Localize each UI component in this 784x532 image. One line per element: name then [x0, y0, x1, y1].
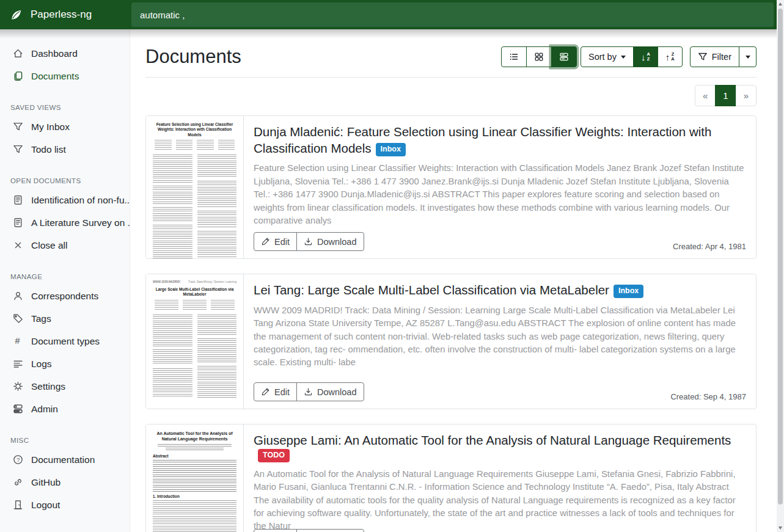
document-thumbnail[interactable]: Feature Selection using Linear Classifie…	[146, 116, 244, 258]
sidebar-section-manage: MANAGE Correspondents Tags # Document ty…	[0, 273, 130, 420]
caret-down-icon	[621, 56, 626, 59]
sidebar-item-admin[interactable]: Admin	[0, 398, 130, 420]
header-divider	[145, 77, 757, 78]
sort-alpha-down-icon: ↓AZ	[641, 52, 650, 62]
funnel-icon	[13, 122, 23, 132]
sidebar-item-settings[interactable]: Settings	[0, 375, 130, 398]
sidebar-item-correspondents[interactable]: Correspondents	[0, 285, 130, 307]
download-label: Download	[317, 237, 357, 247]
sidebar-item-close-all[interactable]: Close all	[0, 234, 130, 257]
pagination-row: « 1 »	[145, 85, 757, 106]
toggles-icon	[13, 404, 23, 414]
sidebar-item-todo-list[interactable]: Todo list	[0, 138, 130, 161]
sort-by-label: Sort by	[588, 52, 617, 62]
tag-badge-inbox[interactable]: Inbox	[614, 285, 643, 298]
documents-toolbar: Sort by ↓AZ ↑ZA Filter	[501, 46, 757, 67]
thumbnail-header: WWW 2009 MADRID! Track: Data Mining / Se…	[153, 280, 236, 283]
document-title-link[interactable]: Lei Tang: Large Scale Multi-Label Classi…	[254, 283, 609, 297]
house-icon	[13, 48, 23, 59]
sidebar-item-github[interactable]: GitHub	[0, 471, 130, 494]
sidebar-item-label: Correspondents	[31, 291, 98, 302]
download-button[interactable]: Download	[296, 529, 364, 532]
scrollbar-down-button[interactable]	[777, 523, 784, 532]
sidebar-item-label: Settings	[31, 381, 65, 392]
document-card-footer: Edit Download Created: Apr 4, 1981	[254, 232, 746, 251]
sidebar-item-logout[interactable]: Logout	[0, 494, 130, 516]
edit-button[interactable]: Edit	[254, 232, 297, 251]
scrollbar-up-button[interactable]	[777, 0, 784, 9]
details-view-icon	[559, 52, 569, 62]
grid-view-button[interactable]	[526, 46, 552, 67]
tag-badge-todo[interactable]: TODO	[258, 449, 290, 462]
document-card-body: Giuseppe Lami: An Automatic Tool for the…	[244, 425, 756, 532]
sort-group: Sort by ↓AZ ↑ZA	[581, 46, 683, 67]
sidebar-item-label: Admin	[31, 404, 58, 415]
sidebar-item-dashboard[interactable]: Dashboard	[0, 42, 130, 65]
edit-button[interactable]: Edit	[254, 382, 297, 401]
search-bar-container	[130, 0, 777, 29]
question-circle-icon: ?	[13, 454, 23, 465]
document-card-body: Dunja Mladenić: Feature Selection using …	[244, 116, 756, 258]
download-icon	[304, 387, 313, 396]
sidebar-item-open-doc-2[interactable]: A Literature Survey on ...	[0, 211, 130, 234]
sidebar-item-document-types[interactable]: # Document types	[0, 330, 130, 352]
pagination: « 1 »	[695, 85, 757, 106]
thumbnail-section-heading: Abstract	[153, 454, 236, 458]
search-input[interactable]	[131, 2, 774, 27]
document-card-footer: Edit Download Created: Sep 4, 1987	[254, 382, 746, 401]
sidebar-item-label: Close all	[31, 240, 67, 251]
document-title-link[interactable]: Dunja Mladenić: Feature Selection using …	[254, 125, 711, 155]
sidebar-item-label: A Literature Survey on ...	[31, 217, 130, 228]
download-button[interactable]: Download	[296, 232, 364, 251]
pagination-prev-button[interactable]: «	[695, 85, 716, 106]
sidebar-item-tags[interactable]: Tags	[0, 307, 130, 330]
sort-ascending-button[interactable]: ↓AZ	[633, 46, 658, 67]
edit-button[interactable]: Edit	[254, 529, 297, 532]
sort-descending-button[interactable]: ↑ZA	[658, 46, 683, 67]
filter-button[interactable]: Filter	[690, 46, 739, 67]
page-title: Documents	[145, 45, 241, 69]
document-title-row: Giuseppe Lami: An Automatic Tool for the…	[254, 432, 746, 462]
created-date: Created: Sep 4, 1987	[670, 392, 746, 401]
sidebar-item-label: Dashboard	[31, 48, 78, 59]
sidebar-item-label: Logs	[31, 359, 52, 370]
sidebar-item-label: My Inbox	[31, 122, 70, 133]
sidebar-item-logs[interactable]: Logs	[0, 352, 130, 375]
sort-by-button[interactable]: Sort by	[581, 46, 634, 67]
sidebar-item-my-inbox[interactable]: My Inbox	[0, 115, 130, 138]
sidebar-item-documents[interactable]: Documents	[0, 65, 130, 87]
app-brand[interactable]: Paperless-ng	[0, 0, 130, 29]
vertical-scrollbar	[777, 0, 784, 532]
link-icon	[13, 477, 23, 487]
tag-badge-inbox[interactable]: Inbox	[376, 143, 406, 156]
document-thumbnail[interactable]: An Automatic Tool for the Analysis of Na…	[146, 425, 244, 532]
pagination-next-button[interactable]: »	[736, 85, 757, 106]
document-card: An Automatic Tool for the Analysis of Na…	[145, 424, 757, 532]
download-button[interactable]: Download	[296, 382, 364, 401]
tag-icon	[13, 313, 23, 324]
svg-text:#: #	[15, 336, 20, 346]
hash-icon: #	[13, 336, 23, 346]
card-actions: Edit Download	[254, 382, 364, 401]
list-view-button[interactable]	[501, 46, 527, 67]
document-card: Feature Selection using Linear Classifie…	[145, 115, 757, 259]
person-icon	[13, 291, 23, 301]
sidebar-item-documentation[interactable]: ? Documentation	[0, 448, 130, 471]
top-navbar: Paperless-ng	[0, 0, 777, 29]
grid-view-icon	[534, 52, 544, 62]
sidebar-item-label: Documents	[31, 71, 79, 82]
document-thumbnail[interactable]: WWW 2009 MADRID! Track: Data Mining / Se…	[146, 274, 244, 409]
document-snippet: WWW 2009 MADRID! Track: Data Mining / Se…	[254, 304, 746, 370]
caret-down-icon	[746, 56, 750, 59]
pagination-page-1[interactable]: 1	[715, 85, 736, 106]
filter-label: Filter	[712, 52, 731, 62]
details-view-button[interactable]	[551, 46, 577, 67]
document-title-link[interactable]: Giuseppe Lami: An Automatic Tool for the…	[254, 433, 731, 447]
download-label: Download	[317, 387, 357, 397]
sidebar-item-label: Document types	[31, 336, 100, 347]
section-title: MISC	[0, 437, 130, 444]
filter-dropdown-button[interactable]	[739, 46, 757, 67]
scrollbar-thumb[interactable]	[778, 9, 783, 505]
sidebar-item-open-doc-1[interactable]: Identification of non-fu...	[0, 189, 130, 211]
section-title: MANAGE	[0, 273, 130, 280]
